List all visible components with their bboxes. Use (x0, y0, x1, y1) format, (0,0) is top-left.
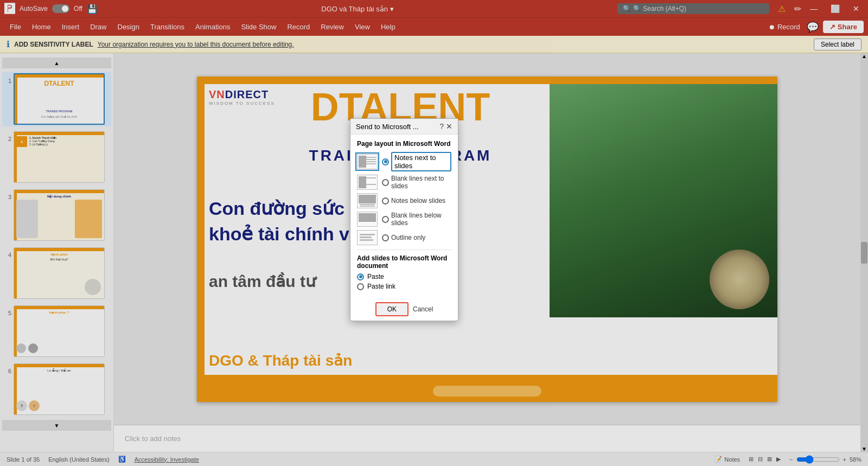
record-button[interactable]: ⏺ Record (769, 23, 800, 31)
record-icon: ⏺ (769, 23, 775, 31)
outline-thumb (357, 230, 378, 245)
paste-option[interactable]: Paste (357, 273, 451, 280)
slideshow-icon[interactable]: ▶ (776, 456, 781, 463)
dialog-footer: OK Cancel (350, 298, 458, 321)
paste-link-option[interactable]: Paste link (357, 283, 451, 290)
status-bar: Slide 1 of 35 English (United States) ♿ … (0, 452, 868, 466)
option-outline[interactable]: Outline only (357, 230, 451, 245)
menu-animations[interactable]: Animations (190, 21, 235, 33)
notes-placeholder: Click to add notes (125, 435, 181, 443)
share-label: Share (838, 23, 857, 31)
send-to-word-dialog: Send to Microsoft ... ? ✕ Page layout in… (350, 118, 458, 321)
view-icons: ⊞ ⊟ ⊠ ▶ (749, 456, 781, 463)
slide-info: Slide 1 of 35 (7, 456, 40, 463)
slide-thumb-5[interactable]: 5 Hạnh phúc ? (2, 304, 111, 359)
menu-view[interactable]: View (349, 21, 375, 33)
accessibility-label[interactable]: Accessibility: Investigate (135, 456, 199, 463)
share-button[interactable]: ↗ Share (823, 21, 864, 33)
outline-label: Outline only (391, 234, 425, 241)
notes-icon: 📝 (714, 456, 722, 463)
blank-next-label: Blank lines next to slides (391, 175, 451, 190)
add-slides-title: Add slides to Microsoft Word document (357, 254, 451, 270)
slide-thumb-4[interactable]: 4 Hạnh phúc đích thực là gì? (2, 246, 111, 301)
blank-next-thumb (357, 175, 378, 190)
slide-canvas: VNDIRECT WISDOM TO SUCCESS DTALENT TRAIN… (197, 76, 777, 402)
option-radio-1: Notes next to slides (382, 152, 451, 171)
dialog-body: Page layout in Microsoft Word Notes next… (350, 135, 458, 298)
share-icon: ↗ (829, 23, 835, 31)
record-label: Record (777, 23, 800, 31)
radio-outline[interactable] (382, 234, 389, 241)
language: English (United States) (48, 456, 110, 463)
option-notes-next[interactable]: Notes next to slides (357, 152, 451, 171)
option-blank-next[interactable]: Blank lines next to slides (357, 175, 451, 190)
menu-insert[interactable]: Insert (56, 21, 85, 33)
radio-notes-below[interactable] (382, 197, 389, 205)
slide-thumb-6[interactable]: 6 Lo lắng / Bất an ? ! (2, 362, 111, 417)
zoom-level[interactable]: 58% (850, 456, 861, 463)
reading-view-icon[interactable]: ⊠ (767, 456, 772, 463)
select-label-button[interactable]: Select label (814, 39, 861, 50)
accessibility-icon: ♿ (118, 456, 126, 463)
zoom-in-button[interactable]: + (843, 456, 846, 463)
option-blank-below[interactable]: Blank lines below slides (357, 212, 451, 227)
slide-thumb-1[interactable]: 1 DTALENT TRAINEE PROGRAM Con đường sức … (2, 72, 111, 126)
dialog-title: Send to Microsoft ... (356, 123, 419, 131)
paste-label: Paste (367, 273, 384, 280)
comment-icon[interactable]: 💬 (807, 21, 819, 33)
toggle-state: Off (74, 5, 82, 12)
menu-transitions[interactable]: Transitions (145, 21, 190, 33)
search-placeholder: 🔍 Search (Alt+Q) (633, 5, 686, 12)
zoom-out-button[interactable]: − (789, 456, 793, 463)
minimize-button[interactable]: — (806, 3, 822, 14)
warn-icon: ⚠ (778, 4, 786, 14)
menu-design[interactable]: Design (112, 21, 145, 33)
ok-button[interactable]: OK (375, 302, 409, 316)
slide-thumb-3[interactable]: 3 Nội dung chính (2, 188, 111, 242)
radio-blank-next[interactable] (382, 179, 389, 186)
pen-icon[interactable]: ✏ (794, 4, 801, 14)
cancel-button[interactable]: Cancel (413, 305, 433, 313)
paste-link-label: Paste link (367, 283, 395, 290)
menu-draw[interactable]: Draw (85, 21, 112, 33)
save-icon[interactable]: 💾 (87, 4, 98, 14)
slide-canvas-wrapper: VNDIRECT WISDOM TO SUCCESS DTALENT TRAIN… (114, 53, 860, 425)
slide-sorter-icon[interactable]: ⊟ (758, 456, 763, 463)
scroll-down-arrow[interactable]: ▼ (2, 420, 111, 431)
radio-notes-next[interactable] (382, 158, 389, 165)
radio-paste[interactable] (357, 273, 364, 280)
restore-button[interactable]: ⬜ (826, 3, 844, 14)
scroll-up-arrow[interactable]: ▲ (2, 58, 111, 68)
option-radio-4: Blank lines below slides (382, 212, 451, 227)
menu-home[interactable]: Home (27, 21, 56, 33)
normal-view-icon[interactable]: ⊞ (749, 456, 754, 463)
notes-bar[interactable]: Click to add notes (114, 425, 860, 452)
menu-review[interactable]: Review (315, 21, 349, 33)
radio-paste-link[interactable] (357, 283, 364, 290)
right-scrollbar[interactable]: ▲ ▼ (860, 53, 868, 452)
dialog-close-button[interactable]: ✕ (446, 122, 452, 131)
autosave-toggle[interactable] (52, 4, 69, 13)
search-box[interactable]: 🔍 🔍 Search (Alt+Q) (617, 3, 769, 14)
page-layout-title: Page layout in Microsoft Word (357, 140, 451, 148)
notes-below-label: Notes below slides (391, 197, 445, 205)
info-icon: ℹ (7, 39, 10, 49)
menu-help[interactable]: Help (375, 21, 401, 33)
dialog-help-button[interactable]: ? (439, 122, 444, 131)
file-name: DGO và Tháp tài sản ▾ (102, 5, 613, 13)
slide-thumb-2[interactable]: 2 4 1. Huỳnh Thanh Hiến 2. Cao Trường Gi… (2, 130, 111, 184)
search-icon: 🔍 (623, 5, 631, 12)
option-radio-3: Notes below slides (382, 197, 445, 205)
radio-blank-below[interactable] (382, 216, 389, 223)
menu-record[interactable]: Record (282, 21, 315, 33)
menu-bar: File Home Insert Draw Design Transitions… (0, 17, 868, 36)
menu-file[interactable]: File (4, 21, 27, 33)
dialog-title-bar: Send to Microsoft ... ? ✕ (350, 119, 458, 135)
zoom-area: − + 58% (789, 455, 861, 464)
menu-slideshow[interactable]: Slide Show (235, 21, 282, 33)
zoom-slider[interactable] (796, 455, 840, 464)
option-notes-below[interactable]: Notes below slides (357, 193, 451, 208)
close-button[interactable]: ✕ (848, 3, 864, 14)
sensitivity-message[interactable]: Your organization requires you to label … (98, 41, 294, 48)
notes-button[interactable]: 📝 Notes (714, 456, 740, 463)
